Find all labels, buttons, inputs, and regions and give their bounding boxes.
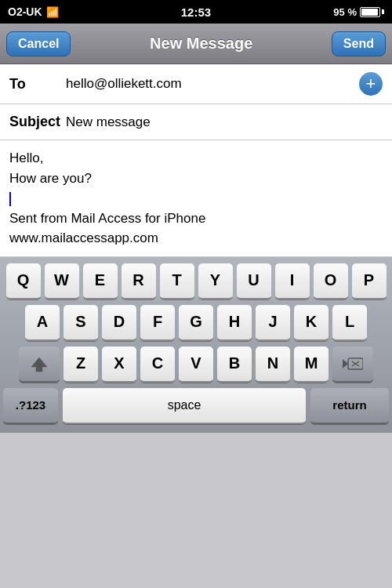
delete-icon <box>343 357 363 371</box>
key-v[interactable]: V <box>179 347 213 383</box>
cancel-button[interactable]: Cancel <box>6 31 71 56</box>
numbers-key[interactable]: .?123 <box>3 388 58 424</box>
key-s[interactable]: S <box>64 305 98 341</box>
key-z[interactable]: Z <box>64 347 98 383</box>
key-y[interactable]: Y <box>198 263 233 299</box>
subject-label: Subject <box>9 114 66 130</box>
space-key[interactable]: space <box>63 388 306 424</box>
key-b[interactable]: B <box>217 347 252 383</box>
key-x[interactable]: X <box>102 347 136 383</box>
status-left: O2-UK 📶 <box>8 5 59 18</box>
key-o[interactable]: O <box>314 263 348 299</box>
status-time: 12:53 <box>181 5 211 19</box>
delete-key[interactable] <box>332 347 373 383</box>
carrier-label: O2-UK <box>8 5 42 18</box>
email-form: To hello@olliekett.com + Subject New mes… <box>0 64 392 140</box>
keyboard-row-1: Q W E R T Y U I O P <box>3 263 389 299</box>
text-cursor <box>9 192 11 206</box>
key-d[interactable]: D <box>102 305 136 341</box>
status-bar: O2-UK 📶 12:53 95 % <box>0 0 392 24</box>
key-t[interactable]: T <box>160 263 194 299</box>
battery-pct-label: 95 % <box>333 6 357 18</box>
key-c[interactable]: C <box>140 347 175 383</box>
key-w[interactable]: W <box>45 263 79 299</box>
return-key[interactable]: return <box>310 388 389 424</box>
body-line1: Hello, <box>9 148 383 169</box>
body-line4: Sent from Mail Access for iPhone <box>9 209 383 229</box>
body-line2: How are you? <box>9 169 383 189</box>
key-g[interactable]: G <box>179 305 213 341</box>
subject-value[interactable]: New message <box>66 114 383 130</box>
keyboard-row-2: A S D F G H J K L <box>3 305 389 341</box>
shift-key[interactable] <box>19 347 60 383</box>
battery-icon <box>360 7 384 17</box>
shift-icon <box>30 354 49 373</box>
key-i[interactable]: I <box>275 263 310 299</box>
wifi-icon: 📶 <box>46 6 59 18</box>
status-right: 95 % <box>333 6 384 18</box>
add-recipient-button[interactable]: + <box>359 72 383 96</box>
key-m[interactable]: M <box>294 347 328 383</box>
key-k[interactable]: K <box>294 305 328 341</box>
to-value[interactable]: hello@olliekett.com <box>66 76 359 92</box>
to-label: To <box>9 76 66 93</box>
key-q[interactable]: Q <box>6 263 41 299</box>
key-r[interactable]: R <box>122 263 156 299</box>
key-j[interactable]: J <box>256 305 290 341</box>
send-button[interactable]: Send <box>332 31 386 56</box>
subject-row: Subject New message <box>0 104 392 140</box>
nav-bar: Cancel New Message Send <box>0 24 392 64</box>
key-n[interactable]: N <box>256 347 290 383</box>
message-body[interactable]: Hello, How are you? Sent from Mail Acces… <box>0 140 392 257</box>
body-cursor-line <box>9 188 383 209</box>
svg-marker-0 <box>31 358 47 372</box>
key-u[interactable]: U <box>237 263 271 299</box>
key-l[interactable]: L <box>332 305 367 341</box>
key-h[interactable]: H <box>217 305 252 341</box>
keyboard: Q W E R T Y U I O P A S D F G H J K L Z … <box>0 257 392 433</box>
body-line5: www.mailaccessapp.com <box>9 228 383 249</box>
nav-title: New Message <box>150 34 252 53</box>
key-f[interactable]: F <box>140 305 175 341</box>
key-a[interactable]: A <box>25 305 60 341</box>
key-e[interactable]: E <box>83 263 118 299</box>
key-p[interactable]: P <box>352 263 387 299</box>
keyboard-row-3: Z X C V B N M <box>3 347 389 383</box>
svg-marker-1 <box>343 359 348 368</box>
keyboard-row-4: .?123 space return <box>3 388 389 424</box>
to-row: To hello@olliekett.com + <box>0 64 392 104</box>
